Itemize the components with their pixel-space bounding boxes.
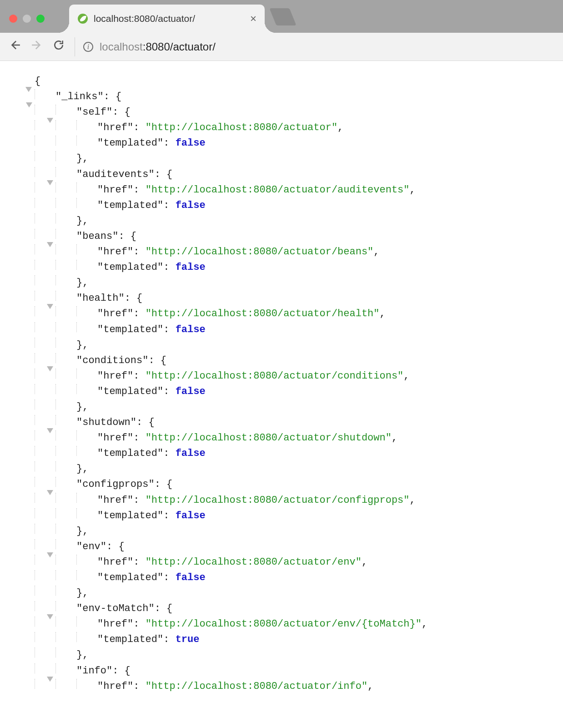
json-line: { bbox=[14, 74, 558, 89]
json-line: }, bbox=[14, 213, 558, 229]
json-line: "shutdown": { bbox=[14, 415, 558, 430]
json-line: "auditevents": { bbox=[14, 167, 558, 182]
json-line: }, bbox=[14, 338, 558, 353]
forward-button[interactable] bbox=[31, 39, 43, 54]
json-line: "templated": false bbox=[14, 384, 558, 399]
json-line: "_links": { bbox=[14, 89, 558, 105]
json-line: "templated": false bbox=[14, 136, 558, 151]
minimize-window-button[interactable] bbox=[23, 15, 31, 23]
browser-window-chrome: localhost:8080/actuator/ × bbox=[0, 0, 563, 33]
json-line: "href": "http://localhost:8080/actuator/… bbox=[14, 244, 558, 260]
json-line: "conditions": { bbox=[14, 353, 558, 369]
json-line: "templated": false bbox=[14, 322, 558, 338]
browser-tab[interactable]: localhost:8080/actuator/ × bbox=[69, 5, 265, 33]
json-line: "env-toMatch": { bbox=[14, 601, 558, 617]
url-text: localhost:8080/actuator/ bbox=[100, 40, 216, 53]
json-line: "env": { bbox=[14, 539, 558, 555]
json-line: "configprops": { bbox=[14, 477, 558, 492]
site-info-icon[interactable]: i bbox=[83, 42, 93, 52]
json-line: "self": { bbox=[14, 105, 558, 120]
tab-title: localhost:8080/actuator/ bbox=[94, 13, 246, 24]
json-viewer: {"_links": {"self": {"href": "http://loc… bbox=[0, 61, 563, 699]
json-line: }, bbox=[14, 151, 558, 167]
json-line: "href": "http://localhost:8080/actuator/… bbox=[14, 493, 558, 508]
json-line: "templated": false bbox=[14, 260, 558, 275]
json-line: "info": { bbox=[14, 663, 558, 679]
json-line: "href": "http://localhost:8080/actuator/… bbox=[14, 182, 558, 198]
json-line: "href": "http://localhost:8080/actuator/… bbox=[14, 679, 558, 694]
json-line: "href": "http://localhost:8080/actuator"… bbox=[14, 120, 558, 136]
close-window-button[interactable] bbox=[9, 15, 17, 23]
back-button[interactable] bbox=[9, 39, 21, 54]
maximize-window-button[interactable] bbox=[36, 15, 45, 23]
json-line: "health": { bbox=[14, 291, 558, 306]
favicon-spring-icon bbox=[77, 13, 88, 24]
json-line: }, bbox=[14, 461, 558, 477]
json-line: "templated": false bbox=[14, 198, 558, 213]
json-line: }, bbox=[14, 524, 558, 539]
url-path: :8080/actuator/ bbox=[143, 40, 216, 53]
json-line: "templated": false bbox=[14, 446, 558, 461]
address-bar[interactable]: i localhost:8080/actuator/ bbox=[75, 37, 554, 56]
json-line: }, bbox=[14, 399, 558, 415]
json-line: "beans": { bbox=[14, 229, 558, 244]
url-host: localhost bbox=[100, 40, 143, 53]
json-line: "href": "http://localhost:8080/actuator/… bbox=[14, 306, 558, 322]
json-line: "href": "http://localhost:8080/actuator/… bbox=[14, 369, 558, 384]
json-line: }, bbox=[14, 275, 558, 291]
json-line: "templated": true bbox=[14, 632, 558, 647]
json-line: "templated": false bbox=[14, 508, 558, 524]
window-controls bbox=[9, 15, 45, 23]
json-line: }, bbox=[14, 586, 558, 601]
close-tab-icon[interactable]: × bbox=[250, 13, 256, 24]
json-line: "href": "http://localhost:8080/actuator/… bbox=[14, 555, 558, 570]
json-line: "templated": false bbox=[14, 570, 558, 586]
browser-toolbar: i localhost:8080/actuator/ bbox=[0, 33, 563, 61]
json-line: "href": "http://localhost:8080/actuator/… bbox=[14, 617, 558, 632]
reload-button[interactable] bbox=[53, 39, 65, 54]
json-line: }, bbox=[14, 647, 558, 663]
json-line: "href": "http://localhost:8080/actuator/… bbox=[14, 430, 558, 446]
